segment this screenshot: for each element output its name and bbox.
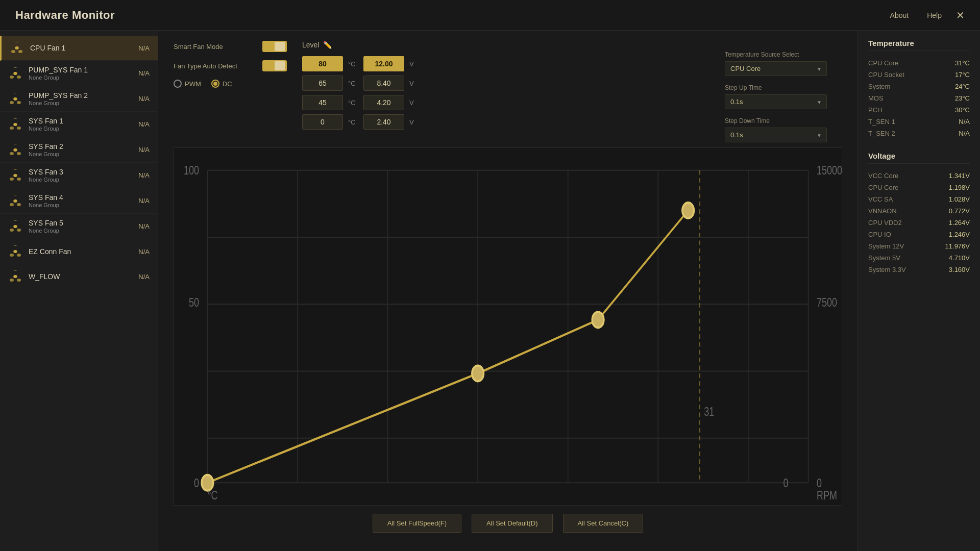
volt-row-label-1: CPU Core — [868, 184, 898, 191]
svg-point-28 — [13, 174, 17, 177]
edit-icon[interactable]: ✏️ — [323, 41, 332, 49]
fan-item-sys-fan-1[interactable]: SYS Fan 1 None Group N/A — [0, 112, 158, 137]
fan-info: CPU Fan 1 — [30, 44, 132, 52]
level-header: Level ✏️ — [302, 41, 709, 49]
chart-point-2[interactable] — [472, 366, 484, 382]
level-row-1: °C V — [302, 76, 709, 91]
temp-row-value-1: 17°C — [955, 71, 970, 79]
fan-name: EZ Conn Fan — [29, 247, 132, 256]
smart-fan-mode-toggle[interactable] — [262, 41, 287, 52]
temp-row-value-6: N/A — [959, 130, 970, 137]
help-button[interactable]: Help — [923, 9, 946, 21]
fan-item-pump-sys-fan-1[interactable]: PUMP_SYS Fan 1 None Group N/A — [0, 61, 158, 86]
svg-point-1 — [15, 42, 19, 42]
main-layout: CPU Fan 1 N/A PUMP_SYS Fan 1 None Group … — [0, 31, 980, 551]
fan-item-w-flow[interactable]: W_FLOW N/A — [0, 264, 158, 289]
voltage-input-2[interactable] — [363, 95, 404, 110]
temp-row-label-0: CPU Core — [868, 59, 898, 67]
fan-value: N/A — [138, 146, 150, 154]
fan-item-sys-fan-2[interactable]: SYS Fan 2 None Group N/A — [0, 137, 158, 163]
temp-row-value-4: 30°C — [955, 106, 970, 114]
volt-row-value-1: 1.198V — [949, 184, 970, 191]
svg-point-11 — [13, 93, 17, 93]
temp-source-select[interactable]: CPU CoreCPU SocketSystemMOSPCHT_SEN 1T_S… — [725, 61, 827, 76]
fan-list: CPU Fan 1 N/A PUMP_SYS Fan 1 None Group … — [0, 31, 158, 551]
voltage-input-1[interactable] — [363, 76, 404, 91]
chart-point-3[interactable] — [592, 312, 604, 328]
fan-subname: None Group — [29, 151, 132, 157]
temp-row-label-2: System — [868, 83, 890, 90]
volt-row-label-3: VNNAON — [868, 207, 897, 215]
fan-item-cpu-fan-1[interactable]: CPU Fan 1 N/A — [0, 36, 158, 61]
default-button[interactable]: All Set Default(D) — [472, 514, 552, 533]
pwm-radio[interactable]: PWM — [174, 80, 201, 88]
fan-info: PUMP_SYS Fan 2 None Group — [29, 91, 132, 106]
step-down-label: Step Down Time — [725, 117, 827, 124]
temperature-title: Temperature — [868, 39, 970, 51]
temp-unit-3: °C — [348, 118, 358, 126]
fan-info: SYS Fan 3 None Group — [29, 168, 132, 183]
svg-point-27 — [17, 178, 21, 181]
fan-icon — [8, 244, 22, 259]
header: Hardware Monitor About Help ✕ — [0, 0, 980, 31]
svg-point-46 — [13, 270, 17, 271]
voltage-input-3[interactable] — [363, 114, 404, 130]
svg-point-36 — [13, 220, 17, 221]
fan-name: SYS Fan 2 — [29, 142, 132, 151]
fan-item-ez-conn-fan[interactable]: EZ Conn Fan N/A — [0, 239, 158, 264]
temperature-rows: CPU Core 31°C CPU Socket 17°C System 24°… — [868, 57, 970, 139]
app-container: Hardware Monitor About Help ✕ CPU Fan 1 … — [0, 0, 980, 551]
temp-input-3[interactable] — [302, 114, 343, 130]
chart-container: 100 50 0 15000 7500 0 °C RPM 31 0 — [174, 147, 842, 506]
step-down-wrapper: 0.1s0.2s0.5s1s — [725, 128, 827, 142]
svg-point-33 — [13, 199, 17, 203]
fan-subname: None Group — [29, 74, 132, 81]
svg-point-9 — [10, 76, 14, 79]
svg-point-12 — [17, 101, 21, 104]
right-sidebar: Temperature CPU Core 31°C CPU Socket 17°… — [857, 31, 980, 551]
voltage-section: Voltage VCC Core 1.341V CPU Core 1.198V … — [868, 152, 970, 276]
chart-point-4[interactable] — [682, 203, 694, 218]
dc-radio[interactable]: DC — [211, 80, 232, 88]
chart-point-1[interactable] — [202, 475, 213, 491]
step-up-select[interactable]: 0.1s0.2s0.5s1s — [725, 94, 827, 109]
svg-point-13 — [13, 97, 17, 101]
temp-input-2[interactable] — [302, 95, 343, 110]
volt-row-value-7: 4.710V — [949, 254, 970, 262]
toggle-knob — [275, 42, 285, 51]
fan-item-sys-fan-3[interactable]: SYS Fan 3 None Group N/A — [0, 163, 158, 188]
about-button[interactable]: About — [886, 9, 913, 21]
temp-input-0[interactable] — [302, 56, 343, 71]
temp-row-1: CPU Socket 17°C — [868, 69, 970, 81]
fan-info: W_FLOW — [29, 272, 132, 281]
fan-value: N/A — [138, 222, 150, 230]
fan-item-pump-sys-fan-2[interactable]: PUMP_SYS Fan 2 None Group N/A — [0, 86, 158, 112]
voltage-unit-3: V — [409, 118, 420, 126]
fan-name: W_FLOW — [29, 272, 132, 281]
fan-type-detect-toggle[interactable] — [262, 60, 287, 71]
step-down-select[interactable]: 0.1s0.2s0.5s1s — [725, 128, 827, 142]
volt-row-value-2: 1.028V — [949, 195, 970, 203]
fan-name: SYS Fan 3 — [29, 168, 132, 176]
fan-item-sys-fan-5[interactable]: SYS Fan 5 None Group N/A — [0, 214, 158, 239]
full-speed-button[interactable]: All Set FullSpeed(F) — [373, 514, 461, 533]
fan-name: CPU Fan 1 — [30, 44, 132, 52]
temp-row-label-1: CPU Socket — [868, 71, 904, 79]
temp-input-1[interactable] — [302, 76, 343, 91]
voltage-unit-2: V — [409, 99, 420, 107]
temp-unit-1: °C — [348, 80, 358, 87]
dc-radio-outer — [211, 80, 219, 88]
voltage-input-0[interactable] — [363, 56, 404, 71]
toggle-knob-2 — [275, 61, 285, 70]
volt-row-label-8: System 3.3V — [868, 266, 906, 273]
fan-item-sys-fan-4[interactable]: SYS Fan 4 None Group N/A — [0, 188, 158, 214]
temp-row-label-3: MOS — [868, 94, 884, 102]
svg-point-38 — [13, 225, 17, 228]
app-title: Hardware Monitor — [15, 9, 115, 22]
temp-source-wrapper: CPU CoreCPU SocketSystemMOSPCHT_SEN 1T_S… — [725, 61, 827, 76]
bottom-buttons: All Set FullSpeed(F) All Set Default(D) … — [174, 506, 842, 541]
cancel-button[interactable]: All Set Cancel(C) — [563, 514, 644, 533]
svg-point-16 — [13, 118, 17, 119]
volt-row-4: CPU VDD2 1.264V — [868, 217, 970, 229]
close-button[interactable]: ✕ — [956, 10, 965, 20]
